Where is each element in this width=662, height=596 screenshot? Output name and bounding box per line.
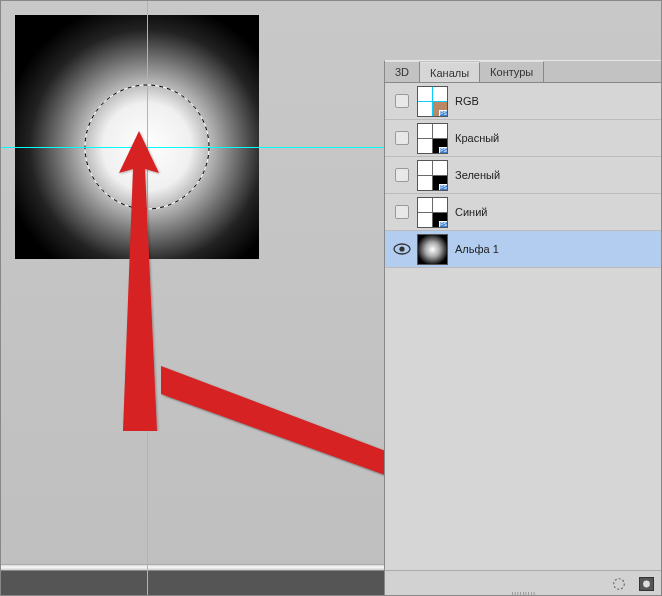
visibility-toggle[interactable]	[395, 94, 409, 108]
tab-3d[interactable]: 3D	[385, 61, 420, 82]
thumb-badge-icon: PS	[439, 110, 448, 117]
canvas-bottom-dark-area	[1, 571, 385, 596]
load-selection-button[interactable]	[609, 575, 629, 593]
channel-row-alpha1[interactable]: Альфа 1	[385, 231, 662, 268]
canvas-bottom-border-highlight	[1, 564, 385, 571]
channel-row-green[interactable]: PS Зеленый	[385, 157, 662, 194]
panel-bottom-bar: ııııııııı	[385, 570, 662, 596]
channel-label: Синий	[455, 206, 487, 218]
mask-from-selection-icon	[639, 577, 654, 591]
visibility-toggle[interactable]	[395, 205, 409, 219]
channel-thumbnail	[417, 234, 448, 265]
channel-thumbnail: PS	[417, 123, 448, 154]
svg-rect-31	[418, 235, 447, 264]
thumb-badge-icon: PS	[439, 147, 448, 154]
guide-vertical[interactable]	[147, 1, 148, 596]
svg-rect-19	[418, 175, 433, 190]
channel-thumbnail: PS	[417, 197, 448, 228]
thumb-badge-icon: PS	[439, 184, 448, 191]
channels-panel: 3D Каналы Контуры PS RGB	[384, 60, 662, 596]
svg-point-32	[614, 579, 625, 590]
save-selection-as-channel-button[interactable]	[636, 575, 656, 593]
guide-horizontal[interactable]	[1, 147, 385, 148]
panel-tabs: 3D Каналы Контуры	[385, 61, 662, 83]
channel-list: PS RGB PS Красный	[385, 83, 662, 268]
channel-label: Зеленый	[455, 169, 500, 181]
channel-label: Альфа 1	[455, 243, 499, 255]
svg-rect-13	[418, 138, 433, 153]
svg-rect-7	[418, 101, 433, 116]
channel-row-blue[interactable]: PS Синий	[385, 194, 662, 231]
channel-thumbnail: PS	[417, 160, 448, 191]
tab-paths[interactable]: Контуры	[480, 61, 544, 82]
document-canvas[interactable]	[15, 15, 259, 259]
channel-row-rgb[interactable]: PS RGB	[385, 83, 662, 120]
eye-icon[interactable]	[393, 243, 411, 255]
visibility-toggle[interactable]	[395, 131, 409, 145]
svg-rect-25	[418, 212, 433, 227]
svg-rect-18	[418, 161, 433, 176]
svg-rect-0	[15, 15, 259, 259]
svg-rect-12	[418, 124, 433, 139]
svg-rect-24	[418, 198, 433, 213]
channel-row-red[interactable]: PS Красный	[385, 120, 662, 157]
tab-channels[interactable]: Каналы	[420, 62, 480, 83]
panel-grip-icon[interactable]: ııııııııı	[511, 589, 536, 597]
svg-rect-6	[433, 87, 448, 102]
svg-rect-14	[433, 124, 448, 139]
svg-rect-26	[433, 198, 448, 213]
channel-label: Красный	[455, 132, 499, 144]
svg-point-30	[399, 246, 404, 251]
thumb-badge-icon: PS	[439, 221, 448, 228]
selection-dashed-circle-icon	[612, 577, 626, 591]
channel-label: RGB	[455, 95, 479, 107]
svg-rect-20	[433, 161, 448, 176]
channel-thumbnail: PS	[417, 86, 448, 117]
svg-rect-5	[418, 87, 433, 102]
visibility-toggle[interactable]	[395, 168, 409, 182]
svg-point-34	[643, 581, 650, 588]
